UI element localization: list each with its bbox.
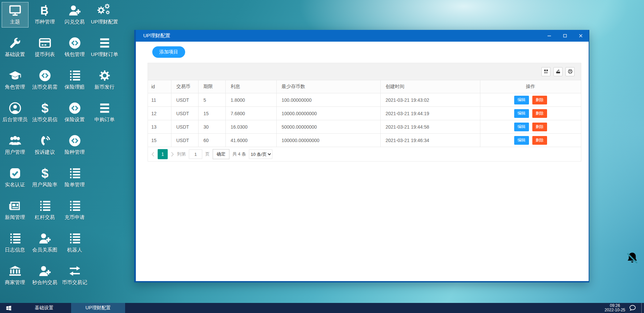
desktop-icon-tile: 用户管理 (2, 132, 29, 158)
desktop-icon[interactable]: UP理财配置 (90, 0, 119, 33)
desktop-icon-label: 会员关系图 (32, 247, 57, 253)
desktop-icon[interactable]: UP理财订单 (90, 33, 119, 65)
taskbar-clock[interactable]: 09:26 2022-10-25 (605, 304, 625, 312)
desktop-icon[interactable]: 险种管理 (60, 130, 90, 163)
desktop-icon-label: UP理财配置 (91, 19, 118, 25)
confirm-page-button[interactable]: 确定 (213, 149, 229, 159)
desktop-icon[interactable]: 新闻管理 (0, 195, 30, 228)
desktop-icon-label: 新闻管理 (5, 214, 25, 221)
page-size-select[interactable]: 10 条/页 (249, 149, 272, 159)
desktop-icon-tile: 秒合约交易 (32, 263, 58, 288)
current-page-button[interactable]: 1 (158, 149, 168, 159)
desktop-icon-tile: 提币列表 (32, 35, 58, 60)
desktop-icon[interactable]: 充币申请 (60, 195, 90, 228)
desktop-icon[interactable]: 角色管理 (0, 65, 30, 98)
desktop-icon[interactable]: 申购订单 (90, 98, 119, 130)
table-cell: 2021-03-21 19:46:34 (380, 134, 480, 147)
next-page-icon[interactable] (171, 152, 174, 157)
desktop-icon-label: 用户管理 (5, 149, 25, 155)
desktop-icon-label: 用户风险率 (32, 182, 57, 188)
desktop-icon[interactable]: 主题 (0, 0, 30, 33)
column-header: 操作 (480, 80, 581, 93)
bullet-list-icon (67, 232, 82, 245)
minimize-button[interactable] (541, 30, 557, 42)
desktop-icon[interactable]: 会员关系图 (30, 228, 60, 261)
delete-button[interactable]: 删除 (532, 123, 547, 131)
desktop-icon[interactable]: 新币发行 (90, 65, 119, 98)
delete-button[interactable]: 删除 (532, 109, 547, 118)
newspaper-icon (8, 199, 22, 213)
start-button[interactable] (0, 303, 17, 313)
delete-button[interactable]: 删除 (532, 136, 547, 145)
desktop-icon[interactable]: 日志信息 (0, 228, 30, 261)
table-cell: 100000.00000000 (276, 134, 380, 147)
desktop-icon[interactable]: $法币交易信 (30, 98, 60, 130)
prev-page-icon[interactable] (151, 152, 155, 157)
coin-circle-icon (67, 101, 82, 115)
desktop-icon-grid: 主题B币种管理闪兑交易UP理财配置基础设置提币列表钱包管理UP理财订单角色管理法… (0, 0, 119, 293)
goto-page-input[interactable] (189, 149, 202, 159)
desktop-icon-label: 法币交易信 (32, 117, 57, 123)
edit-button[interactable]: 编辑 (514, 96, 529, 104)
chat-bubble-icon[interactable] (629, 304, 637, 312)
table-cell: USDT (171, 134, 198, 147)
desktop-icon-row: 日志信息会员关系图机器人 (0, 228, 119, 261)
desktop-icon-label: 新币发行 (95, 84, 115, 90)
desktop-icon[interactable]: 钱包管理 (60, 33, 90, 65)
desktop-icon[interactable]: 实名认证 (0, 163, 30, 195)
desktop-icon[interactable]: 保险设置 (60, 98, 90, 130)
table-cell: 7.6800 (225, 107, 276, 120)
filter-columns-button[interactable] (541, 67, 550, 76)
taskbar-item[interactable]: 基础设置 (17, 303, 71, 313)
total-count-label: 共 4 条 (232, 151, 246, 157)
desktop-icon[interactable]: 投诉建议 (30, 130, 60, 163)
close-icon (579, 34, 583, 38)
taskbar-item[interactable]: UP理财配置 (71, 303, 125, 313)
desktop-icon-tile: 充币申请 (61, 197, 88, 223)
desktop-icon[interactable]: 杠杆交易 (30, 195, 60, 228)
desktop-icon-label: 杠杆交易 (35, 214, 55, 221)
edit-button[interactable]: 编辑 (514, 123, 529, 131)
table-cell: 100.00000000 (276, 93, 380, 107)
table-cell: 2021-03-21 19:44:58 (380, 120, 480, 134)
desktop-icon[interactable]: 提币列表 (30, 33, 60, 65)
table-row: 12USDT157.680010000.000000002021-03-21 1… (148, 107, 581, 120)
desktop-icon-label: 角色管理 (5, 84, 25, 90)
users-icon (8, 134, 22, 147)
edit-button[interactable]: 编辑 (514, 136, 529, 145)
desktop-icon[interactable]: 保险理赔 (60, 65, 90, 98)
table-cell: 15 (148, 134, 171, 147)
delete-button[interactable]: 删除 (532, 96, 547, 104)
desktop-icon[interactable]: 商家管理 (0, 261, 30, 293)
window-titlebar[interactable]: UP理财配置 (136, 30, 589, 42)
desktop-icon[interactable]: $用户风险率 (30, 163, 60, 195)
show-desktop-button[interactable] (641, 303, 644, 313)
table-cell: 2021-03-21 19:43:02 (380, 93, 480, 107)
desktop-icon-label: 保险设置 (65, 117, 85, 123)
bell-slash-icon[interactable] (625, 251, 640, 266)
table-cell: 10000.00000000 (276, 107, 380, 120)
desktop-icon[interactable]: 险单管理 (60, 163, 90, 195)
desktop-icon-label: 机器人 (67, 247, 82, 253)
table-cell: 60 (198, 134, 225, 147)
close-button[interactable] (573, 30, 589, 42)
desktop-icon-row: 基础设置提币列表钱包管理UP理财订单 (0, 33, 119, 65)
desktop-icon[interactable]: 机器人 (60, 228, 90, 261)
clock-date: 2022-10-25 (605, 308, 625, 312)
desktop-icon[interactable]: 用户管理 (0, 130, 30, 163)
desktop-icon-tile: 投诉建议 (32, 132, 58, 158)
desktop-icon[interactable]: 币币交易记 (60, 261, 90, 293)
desktop-icon[interactable]: 基础设置 (0, 33, 30, 65)
desktop-icon[interactable]: 闪兑交易 (60, 0, 90, 33)
desktop-icon[interactable]: 秒合约交易 (30, 261, 60, 293)
dollar-icon: $ (38, 167, 52, 180)
edit-button[interactable]: 编辑 (514, 109, 529, 118)
desktop-icon[interactable]: 法币交易需 (30, 65, 60, 98)
print-button[interactable] (566, 67, 575, 76)
desktop-icon[interactable]: B币种管理 (30, 0, 60, 33)
desktop-icon-tile: 钱包管理 (61, 35, 88, 60)
export-button[interactable] (553, 67, 562, 76)
add-item-button[interactable]: 添加项目 (152, 46, 185, 58)
maximize-button[interactable] (557, 30, 573, 42)
desktop-icon[interactable]: 后台管理员 (0, 98, 30, 130)
